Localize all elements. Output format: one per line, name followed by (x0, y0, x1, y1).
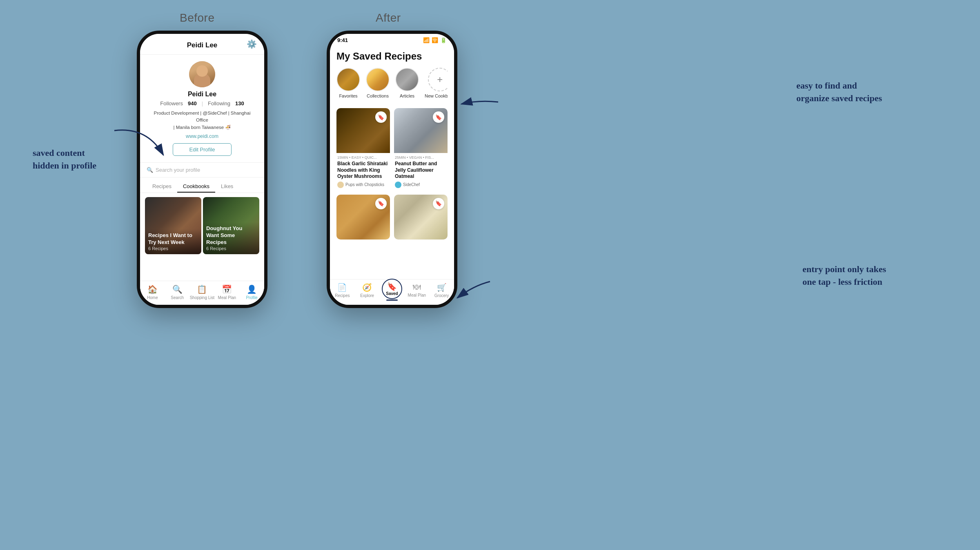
cookbooks-grid: Recipes I Want to Try Next Week 6 Recipe… (140, 193, 264, 258)
new-cookbook-label: New Cookbook (425, 93, 448, 98)
recipe-title-1: Black Garlic Shirataki Noodles with King… (337, 161, 389, 180)
home-icon: 🏠 (147, 284, 158, 294)
tab-cookbooks[interactable]: Cookbooks (177, 181, 215, 193)
after-bottom-nav: 📄 Recipes 🧭 Explore 🔖 Saved 🍽 Meal Plan … (330, 279, 454, 305)
bookmark-icon-2[interactable]: 🔖 (433, 111, 444, 123)
edit-profile-button[interactable]: Edit Profile (173, 143, 232, 156)
shopping-list-icon: 📋 (197, 284, 207, 294)
recipe-image-4: 🔖 (394, 195, 448, 240)
after-screen: 9:41 📶 🛜 🔋 My Saved Recipes Favorites Co… (330, 34, 454, 305)
articles-circle (395, 68, 419, 91)
after-grocery-icon: 🛒 (437, 283, 447, 292)
bio-link[interactable]: www.peidi.com (186, 133, 218, 139)
after-recipes-label: Recipes (335, 293, 350, 298)
nav-shopping-label: Shopping List (190, 295, 215, 300)
status-icons: 📶 🛜 🔋 (423, 37, 447, 43)
saved-circle: 🔖 Saved (382, 279, 402, 299)
after-explore-label: Explore (360, 293, 374, 298)
recipe-author-1: Pups with Chopsticks (337, 182, 389, 188)
author-name-2: SideChef (403, 182, 420, 187)
recipe-info-1: 15MIN • EASY • QUIC... Black Garlic Shir… (336, 153, 390, 191)
bookmark-icon-1[interactable]: 🔖 (375, 111, 387, 123)
after-nav-recipes[interactable]: 📄 Recipes (330, 283, 355, 299)
nav-search[interactable]: 🔍 Search (165, 284, 190, 300)
after-phone: 9:41 📶 🛜 🔋 My Saved Recipes Favorites Co… (327, 31, 457, 308)
avatar-image (189, 61, 215, 87)
recipe-card-4[interactable]: 🔖 (394, 195, 448, 240)
collection-new-cookbook[interactable]: + New Cookbook (425, 68, 448, 98)
bookmark-icon-4[interactable]: 🔖 (433, 198, 444, 209)
after-meal-plan-label: Meal Plan (408, 293, 426, 297)
settings-icon[interactable]: ⚙️ (247, 39, 257, 49)
recipe-title-2: Peanut Butter and Jelly Cauliflower Oatm… (395, 161, 447, 180)
cookbook-overlay-2: Doughnut You Want Some Recipes 6 Recipes (203, 222, 259, 254)
wifi-icon: 🛜 (432, 37, 438, 43)
recipe-card-3[interactable]: 🔖 (336, 195, 390, 240)
collection-collections[interactable]: Collections (366, 68, 390, 98)
recipe-meta-1: 15MIN • EASY • QUIC... (337, 155, 389, 160)
after-label: After (376, 11, 401, 24)
profile-tabs: Recipes Cookbooks Likes (140, 177, 264, 193)
recipe-author-2: SideChef (395, 182, 447, 188)
nav-home[interactable]: 🏠 Home (140, 284, 165, 300)
annotation-one-tap: entry point only takes one tap - less fr… (802, 263, 886, 288)
profile-icon: 👤 (247, 284, 257, 294)
cookbook-count-2: 6 Recipes (206, 246, 256, 251)
following-count: 130 (235, 100, 244, 106)
collections-label: Collections (367, 93, 389, 98)
author-avatar-1 (337, 182, 344, 188)
after-nav-meal-plan[interactable]: 🍽 Meal Plan (404, 283, 429, 299)
nav-meal-plan[interactable]: 📅 Meal Plan (214, 284, 239, 300)
recipe-card-1[interactable]: 🔖 15MIN • EASY • QUIC... Black Garlic Sh… (336, 108, 390, 191)
cookbook-title-2: Doughnut You Want Some Recipes (206, 225, 256, 246)
followers-count: 940 (188, 100, 197, 106)
cookbook-card-1[interactable]: Recipes I Want to Try Next Week 6 Recipe… (145, 197, 201, 254)
after-nav-explore[interactable]: 🧭 Explore (355, 283, 380, 299)
before-label: Before (180, 11, 215, 24)
following-label: Following (208, 100, 230, 106)
after-meal-plan-icon: 🍽 (413, 283, 421, 292)
after-content: My Saved Recipes Favorites Collections A… (330, 45, 454, 275)
tab-likes[interactable]: Likes (215, 181, 239, 193)
nav-profile[interactable]: 👤 Profile (239, 284, 264, 300)
meal-plan-icon: 📅 (222, 284, 232, 294)
after-grocery-label: Grocery (434, 293, 449, 298)
nav-home-label: Home (147, 295, 158, 300)
annotation-saved-content: saved content hidden in profile (33, 147, 96, 172)
cookbook-count-1: 6 Recipes (148, 246, 198, 251)
recipe-card-2[interactable]: 🔖 25MIN • VEGAN • FIS... Peanut Butter a… (394, 108, 448, 191)
collection-articles[interactable]: Articles (395, 68, 419, 98)
nav-profile-label: Profile (246, 295, 257, 300)
author-name-1: Pups with Chopsticks (345, 182, 384, 187)
before-bottom-nav: 🏠 Home 🔍 Search 📋 Shopping List 📅 Meal P… (140, 281, 264, 305)
recipe-image-2: 🔖 (394, 108, 448, 153)
bookmark-icon-3[interactable]: 🔖 (375, 198, 387, 209)
after-nav-saved[interactable]: 🔖 Saved (380, 283, 405, 299)
arrow-easy-find (453, 90, 502, 114)
before-username-header: Peidi Lee (187, 41, 218, 49)
nav-meal-label: Meal Plan (218, 295, 236, 300)
tab-recipes[interactable]: Recipes (147, 181, 177, 193)
collections-row: Favorites Collections Articles + New Coo… (336, 68, 448, 101)
recipe-image-1: 🔖 (336, 108, 390, 153)
recipe-meta-2: 25MIN • VEGAN • FIS... (395, 155, 447, 160)
after-saved-label: Saved (386, 291, 398, 296)
cookbook-overlay-1: Recipes I Want to Try Next Week 6 Recipe… (145, 229, 201, 254)
nav-shopping-list[interactable]: 📋 Shopping List (190, 284, 215, 300)
followers-label: Followers (160, 100, 183, 106)
nav-search-label: Search (171, 295, 184, 300)
cookbook-card-2[interactable]: Doughnut You Want Some Recipes 6 Recipes (203, 197, 259, 254)
annotation-easy-find: easy to find and organize saved recipes (796, 80, 882, 105)
collection-favorites[interactable]: Favorites (336, 68, 360, 98)
cookbook-title-1: Recipes I Want to Try Next Week (148, 232, 198, 246)
stats-divider: | (202, 100, 203, 106)
recipe-image-3: 🔖 (336, 195, 390, 240)
profile-name: Peidi Lee (188, 91, 216, 98)
nav-search-icon: 🔍 (172, 284, 183, 294)
recipe-grid: 🔖 15MIN • EASY • QUIC... Black Garlic Sh… (336, 108, 448, 244)
after-recipes-icon: 📄 (337, 283, 347, 292)
arrow-one-tap (449, 273, 498, 306)
status-bar: 9:41 📶 🛜 🔋 (330, 34, 454, 45)
author-avatar-2 (395, 182, 401, 188)
status-time: 9:41 (337, 37, 348, 43)
